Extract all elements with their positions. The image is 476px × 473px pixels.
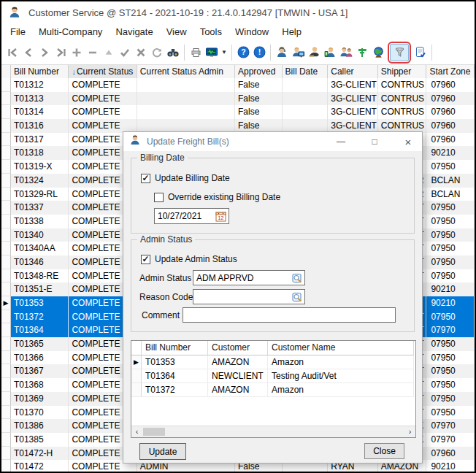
update-admin-status-checkbox[interactable]: ✓ bbox=[141, 255, 150, 264]
column-header-current-status[interactable]: ↓Current Status bbox=[69, 65, 137, 79]
column-header-current-status-admin[interactable]: Current Status Admin bbox=[137, 65, 235, 79]
lookup-icon[interactable] bbox=[292, 273, 303, 283]
column-header-shipper[interactable]: Shipper bbox=[378, 65, 427, 79]
row-selector-gutter bbox=[1, 255, 11, 269]
dialog-column-header-bill-number[interactable]: Bill Number bbox=[142, 341, 208, 355]
cell: 07950 bbox=[426, 160, 475, 174]
column-header-bill-number[interactable]: Bill Number bbox=[11, 65, 69, 79]
accept-icon[interactable] bbox=[117, 45, 133, 61]
menu-item-view[interactable]: View bbox=[160, 25, 193, 39]
column-header-bill-date[interactable]: Bill Date bbox=[283, 65, 329, 79]
comment-input[interactable] bbox=[183, 310, 395, 320]
users-group-icon[interactable] bbox=[338, 45, 354, 61]
globe-icon[interactable] bbox=[370, 45, 386, 61]
cell: 07950 bbox=[426, 392, 475, 406]
cell: CONTRUS bbox=[378, 105, 427, 119]
cell: 07950 bbox=[426, 255, 475, 269]
column-header-approved[interactable]: Approved bbox=[235, 65, 283, 79]
row-selector-gutter bbox=[1, 269, 11, 283]
cell: T01337 bbox=[11, 201, 69, 215]
calendar-icon[interactable]: 12 bbox=[215, 211, 227, 222]
admin-status-group-label: Admin Status bbox=[137, 234, 195, 245]
menu-item-navigate[interactable]: Navigate bbox=[109, 25, 159, 39]
lookup-icon[interactable] bbox=[292, 292, 303, 302]
dialog-table-row[interactable]: ▶T01353AMAZONAmazon bbox=[131, 355, 415, 369]
next-record-icon[interactable] bbox=[37, 45, 53, 61]
cell bbox=[283, 78, 329, 92]
maximize-icon[interactable]: □ bbox=[361, 133, 388, 150]
signpost-icon[interactable] bbox=[354, 45, 370, 61]
delete-record-icon[interactable] bbox=[85, 45, 101, 61]
cell: AMAZON bbox=[208, 355, 268, 369]
row-selector-gutter bbox=[1, 160, 11, 174]
menu-item-window[interactable]: Window bbox=[229, 25, 275, 39]
dialog-table-row[interactable]: T01372AMAZONAmazon bbox=[131, 383, 415, 397]
svg-text:!: ! bbox=[258, 47, 261, 56]
row-selector-gutter bbox=[1, 105, 11, 119]
print-icon[interactable] bbox=[188, 45, 204, 61]
dialog-table-row[interactable]: T01364NEWCLIENTTesting Audit/Vet bbox=[131, 369, 415, 383]
cancel-icon[interactable] bbox=[133, 45, 149, 61]
scroll-right-icon[interactable]: › bbox=[404, 426, 415, 437]
update-button[interactable]: Update bbox=[139, 443, 186, 460]
update-billing-date-checkbox[interactable]: ✓ bbox=[141, 174, 150, 183]
column-header-start-zone[interactable]: Start Zone bbox=[426, 65, 475, 79]
menu-item-file[interactable]: File bbox=[4, 25, 32, 39]
table-row[interactable]: T01316COMPLETEFalse3G-CLIENTCONTRUS07960 bbox=[1, 119, 475, 133]
alert-icon[interactable]: ! bbox=[251, 45, 267, 61]
scrollbar-thumb[interactable] bbox=[143, 428, 165, 436]
trip-monitor-icon[interactable] bbox=[204, 45, 220, 61]
row-selector-gutter bbox=[1, 188, 11, 201]
row-selector-gutter bbox=[1, 392, 11, 406]
cell bbox=[283, 105, 329, 119]
close-button[interactable]: Close bbox=[364, 443, 404, 459]
row-selector-gutter bbox=[1, 201, 11, 215]
cell: T01340 bbox=[11, 228, 69, 242]
refresh-icon[interactable] bbox=[149, 45, 165, 61]
menu-item-tools[interactable]: Tools bbox=[193, 25, 229, 39]
horizontal-scrollbar[interactable]: ‹ › bbox=[131, 426, 415, 437]
cell: COMPLETE bbox=[69, 92, 137, 106]
move-up-icon[interactable] bbox=[101, 45, 117, 61]
notes-document-icon[interactable] bbox=[412, 45, 429, 61]
override-billing-date-checkbox[interactable] bbox=[154, 193, 164, 202]
help-icon[interactable]: ? bbox=[235, 45, 251, 61]
menu-item-multi-company[interactable]: Multi-Company bbox=[32, 25, 109, 39]
agent-user-icon[interactable] bbox=[274, 45, 290, 61]
device-user-icon[interactable] bbox=[322, 45, 338, 61]
filter-icon[interactable] bbox=[390, 44, 409, 61]
row-selector-gutter bbox=[1, 337, 11, 351]
previous-record-icon[interactable] bbox=[20, 45, 37, 61]
row-selector-gutter bbox=[1, 242, 11, 255]
table-row[interactable]: T01312COMPLETEFalse3G-CLIENTCONTRUS07960 bbox=[1, 78, 475, 92]
monitor-dropdown-icon[interactable]: ▼ bbox=[220, 49, 229, 55]
find-binoculars-icon[interactable] bbox=[165, 45, 181, 61]
dialog-column-header-customer[interactable]: Customer bbox=[208, 341, 268, 355]
menu-item-help[interactable]: Help bbox=[275, 25, 308, 39]
admin-status-input[interactable] bbox=[193, 273, 292, 283]
close-icon[interactable]: × bbox=[394, 133, 422, 150]
workstation-user-icon[interactable] bbox=[290, 45, 306, 61]
cell: T01348-RE bbox=[11, 269, 69, 283]
cell: Amazon bbox=[268, 355, 414, 369]
reason-code-input[interactable] bbox=[193, 292, 292, 302]
edit-user-icon[interactable] bbox=[306, 45, 322, 61]
cell: T01338 bbox=[11, 215, 69, 228]
dialog-title-bar[interactable]: Update Freight Bill(s) — □ × bbox=[123, 132, 422, 151]
last-record-icon[interactable] bbox=[53, 45, 69, 61]
cell: 07960 bbox=[426, 78, 475, 92]
column-header-caller[interactable]: Caller bbox=[328, 65, 378, 79]
table-row[interactable]: T01314COMPLETEFalse3G-CLIENTCONTRUS07960 bbox=[1, 105, 475, 119]
first-record-icon[interactable] bbox=[4, 45, 20, 61]
highlight-ring bbox=[388, 42, 411, 64]
add-record-icon[interactable] bbox=[69, 45, 85, 61]
billing-date-input[interactable] bbox=[155, 211, 215, 221]
table-row[interactable]: T01313COMPLETEFalse3G-CLIENTCONTRUS07960 bbox=[1, 92, 475, 106]
admin-status-fieldbox bbox=[193, 270, 305, 285]
dialog-column-header-customer-name[interactable]: Customer Name bbox=[268, 341, 414, 355]
row-selector-gutter bbox=[1, 460, 11, 473]
scroll-left-icon[interactable]: ‹ bbox=[131, 426, 142, 437]
row-selector-gutter bbox=[1, 215, 11, 228]
minimize-icon[interactable]: — bbox=[327, 133, 355, 150]
row-selector-gutter bbox=[1, 310, 11, 324]
